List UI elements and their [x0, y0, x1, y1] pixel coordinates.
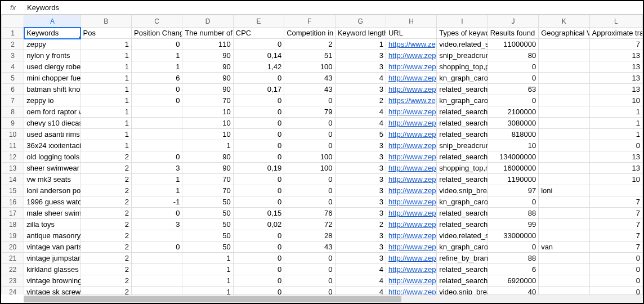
cell-J16[interactable]: 0	[488, 196, 538, 208]
cell-E16[interactable]: 0	[233, 196, 284, 208]
cell-G24[interactable]: 4	[335, 287, 386, 295]
cell-G19[interactable]: 3	[335, 230, 386, 242]
cell-H11[interactable]: http://www.zeppy	[386, 140, 436, 151]
cell-K19[interactable]	[539, 230, 589, 242]
formula-input[interactable]	[23, 3, 641, 12]
cell-K17[interactable]	[539, 208, 589, 219]
cell-F1[interactable]: Competition in PPC	[284, 28, 335, 39]
cell-C3[interactable]: 1	[132, 50, 182, 61]
cell-D19[interactable]: 50	[182, 230, 233, 242]
row-header-22[interactable]: 22	[2, 264, 24, 275]
cell-K4[interactable]	[539, 61, 589, 73]
row-header-24[interactable]: 24	[2, 287, 24, 295]
cell-C16[interactable]: -1	[132, 196, 182, 208]
cell-K9[interactable]	[539, 118, 589, 129]
cell-G10[interactable]: 5	[335, 129, 386, 140]
cell-K20[interactable]: van	[539, 242, 589, 253]
column-header-H[interactable]: H	[386, 15, 436, 28]
cell-F15[interactable]: 0	[284, 185, 335, 196]
row-header-20[interactable]: 20	[2, 242, 24, 253]
cell-E20[interactable]: 0	[233, 242, 284, 253]
cell-H15[interactable]: http://www.zeppy	[386, 185, 436, 196]
cell-B19[interactable]: 2	[80, 230, 131, 242]
cell-G8[interactable]: 4	[335, 106, 386, 118]
cell-C5[interactable]: 6	[132, 73, 182, 84]
cell-L7[interactable]: 10	[589, 95, 642, 106]
fx-icon[interactable]: fx	[3, 3, 23, 12]
cell-C8[interactable]	[132, 106, 182, 118]
row-header-13[interactable]: 13	[2, 163, 24, 174]
row-header-15[interactable]: 15	[2, 185, 24, 196]
cell-D2[interactable]: 110	[182, 39, 233, 50]
cell-A17[interactable]: male sheer swim	[24, 208, 80, 219]
cell-B21[interactable]: 2	[80, 253, 131, 264]
cell-E11[interactable]: 0	[233, 140, 284, 151]
cell-L18[interactable]: 7	[589, 219, 642, 230]
cell-C24[interactable]	[132, 287, 182, 295]
column-header-L[interactable]: L	[589, 15, 642, 28]
cell-F19[interactable]: 28	[284, 230, 335, 242]
cell-G4[interactable]: 3	[335, 61, 386, 73]
cell-H13[interactable]: http://www.zeppy	[386, 163, 436, 174]
cell-I10[interactable]: related_search,video	[437, 129, 488, 140]
row-header-8[interactable]: 8	[2, 106, 24, 118]
cell-E12[interactable]: 0	[233, 151, 284, 163]
row-header-6[interactable]: 6	[2, 84, 24, 95]
cell-E8[interactable]: 0	[233, 106, 284, 118]
cell-H20[interactable]: http://www.zeppy	[386, 242, 436, 253]
cell-A15[interactable]: loni anderson poster	[24, 185, 80, 196]
cell-I4[interactable]: shopping_top,pic	[437, 61, 488, 73]
row-header-4[interactable]: 4	[2, 61, 24, 73]
cell-E2[interactable]: 0	[233, 39, 284, 50]
cell-G13[interactable]: 3	[335, 163, 386, 174]
cell-H10[interactable]: http://www.zeppy	[386, 129, 436, 140]
cell-D4[interactable]: 90	[182, 61, 233, 73]
cell-J7[interactable]: 0	[488, 95, 538, 106]
cell-C15[interactable]: 1	[132, 185, 182, 196]
cell-K11[interactable]	[539, 140, 589, 151]
horizontal-scrollbar[interactable]	[24, 294, 643, 303]
cell-G16[interactable]: 3	[335, 196, 386, 208]
row-header-23[interactable]: 23	[2, 275, 24, 287]
column-header-F[interactable]: F	[284, 15, 335, 28]
cell-C21[interactable]	[132, 253, 182, 264]
cell-K10[interactable]	[539, 129, 589, 140]
column-header-A[interactable]: A	[24, 15, 80, 28]
cell-F4[interactable]: 100	[284, 61, 335, 73]
cell-H6[interactable]: http://www.zeppy	[386, 84, 436, 95]
cell-C17[interactable]: 0	[132, 208, 182, 219]
cell-G17[interactable]: 3	[335, 208, 386, 219]
cell-K18[interactable]	[539, 219, 589, 230]
column-header-I[interactable]: I	[437, 15, 488, 28]
cell-C6[interactable]: 0	[132, 84, 182, 95]
cell-B9[interactable]: 1	[80, 118, 131, 129]
cell-G15[interactable]: 3	[335, 185, 386, 196]
cell-L14[interactable]: 10	[589, 174, 642, 185]
cell-D23[interactable]: 1	[182, 275, 233, 287]
column-header-J[interactable]: J	[488, 15, 538, 28]
cell-F2[interactable]: 2	[284, 39, 335, 50]
cell-C4[interactable]: 1	[132, 61, 182, 73]
cell-D11[interactable]: 1	[182, 140, 233, 151]
cell-C19[interactable]	[132, 230, 182, 242]
row-header-11[interactable]: 11	[2, 140, 24, 151]
row-header-10[interactable]: 10	[2, 129, 24, 140]
cell-I1[interactable]: Types of keywords	[437, 28, 488, 39]
row-header-17[interactable]: 17	[2, 208, 24, 219]
cell-D7[interactable]: 70	[182, 95, 233, 106]
cell-L1[interactable]: Approximate traffic	[589, 28, 642, 39]
cell-E15[interactable]: 0	[233, 185, 284, 196]
cell-K6[interactable]	[539, 84, 589, 95]
cell-C13[interactable]: 3	[132, 163, 182, 174]
cell-L17[interactable]: 7	[589, 208, 642, 219]
cell-J23[interactable]: 6920000	[488, 275, 538, 287]
cell-E6[interactable]: 0,17	[233, 84, 284, 95]
cell-J11[interactable]: 10	[488, 140, 538, 151]
cell-G18[interactable]: 2	[335, 219, 386, 230]
cell-D9[interactable]: 10	[182, 118, 233, 129]
cell-H8[interactable]: http://www.zeppy	[386, 106, 436, 118]
cell-B1[interactable]: Pos	[80, 28, 131, 39]
cell-J13[interactable]: 16000000	[488, 163, 538, 174]
cell-F8[interactable]: 79	[284, 106, 335, 118]
cell-A12[interactable]: old logging tools	[24, 151, 80, 163]
